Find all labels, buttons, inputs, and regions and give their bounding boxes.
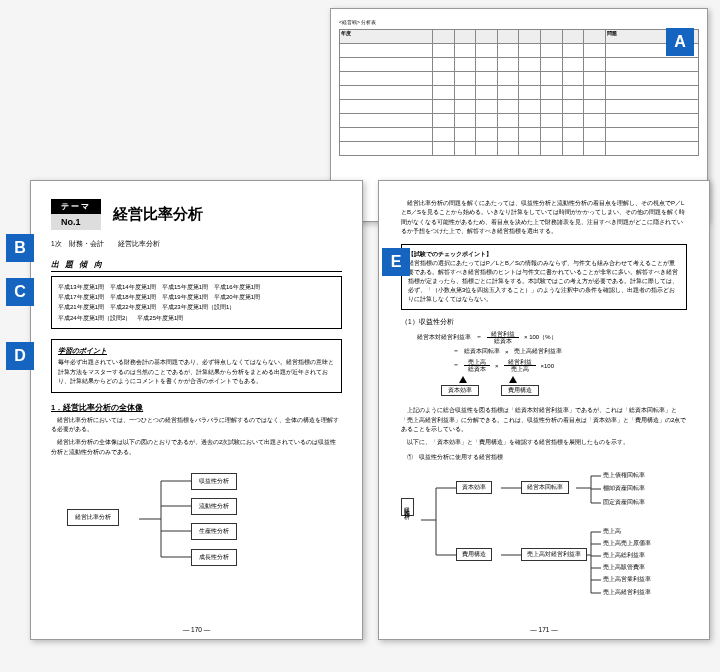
fraction: 売上高総資本: [464, 359, 490, 372]
checkpoint-box: 【試験でのチェックポイント】 経営指標の選択にあたってはP／LとB／Sの情報のみ…: [401, 244, 687, 310]
page-right: 経営比率分析の問題を解くにあたっては、収益性分析と流動性分析の着目点を理解し、そ…: [378, 180, 710, 640]
tree2-leaf: 棚卸資産回転率: [603, 485, 645, 492]
marker-c: C: [6, 278, 34, 306]
formula-lhs: 経営本対経営利益率: [417, 333, 471, 342]
arrow-up-icon: [509, 376, 517, 383]
label-row: 資本効率 費用構造: [441, 385, 687, 396]
theme-header: テーマ No.1 経営比率分析: [51, 199, 342, 230]
fraction: 経営利益総資本: [487, 331, 519, 344]
profitability-tree: 収益性分析 資本効率 経営本回転率 売上債権回転率 棚卸資産回転率 固定資産回転…: [401, 470, 687, 600]
section-1-para: 経営比率分析においては、一つひとつの経営指標をバラバラに理解するのではなく、全体…: [51, 416, 342, 435]
tree2-root: 収益性分析: [401, 498, 414, 516]
para: 上記のように総合収益性を図る指標は「総資本対経営利益率」であるが、これは「総資本…: [401, 406, 687, 434]
fraction: 経営利益売上高: [504, 359, 536, 372]
tree2-leaf: 売上高販管費率: [603, 564, 645, 571]
table-row: [340, 86, 699, 100]
marker-a: A: [666, 28, 694, 56]
study-point-head: 学習のポイント: [58, 345, 335, 356]
theme-number: No.1: [51, 214, 101, 230]
tree2-leaf: 固定資産回転率: [603, 499, 645, 506]
tree2-branch: 経営本回転率: [521, 481, 569, 494]
tree2-branch: 売上高対経営利益率: [521, 548, 587, 561]
formula-1: 経営本対経営利益率 ＝ 経営利益総資本 × 100（%）: [417, 331, 687, 344]
tree2-leaf: 売上債権回転率: [603, 472, 645, 479]
formula-term: 総資本回転率: [464, 347, 500, 356]
checkpoint-head: 【試験でのチェックポイント】: [408, 251, 492, 257]
page-number: ― 170 ―: [31, 626, 362, 633]
arrow-row: [459, 376, 687, 383]
table-title: <経営戦> 分析表: [339, 19, 699, 25]
tree-child: 成長性分析: [191, 549, 237, 566]
tree2-leaf: 売上高総利益率: [603, 552, 645, 559]
formula-2: ＝ 総資本回転率 × 売上高経営利益率: [453, 347, 687, 356]
section-1-title: 1．経営比率分析の全体像: [51, 403, 342, 413]
subsection-head: （1）収益性分析: [401, 318, 687, 327]
table-row: [340, 128, 699, 142]
page-number: ― 171 ―: [379, 626, 709, 633]
study-point-body: 毎年必ず出題されている財務会計の基本問題であり、必ず得点しなくてはならない。経営…: [58, 359, 334, 384]
table-row: [340, 58, 699, 72]
table-row: [340, 142, 699, 156]
formula-term: 売上高経営利益率: [514, 347, 562, 356]
label-box: 費用構造: [501, 385, 539, 396]
exam-trend-box: 平成13年度第1問 平成14年度第1問 平成15年度第1問 平成16年度第1問 …: [51, 276, 342, 329]
tree2-leaf: 売上高売上原価率: [603, 540, 651, 547]
formula-3: ＝ 売上高総資本 × 経営利益売上高 ×100: [453, 359, 687, 372]
checkpoint-body: 経営指標の選択にあたってはP／LとB／Sの情報のみならず、与件文も組み合わせて考…: [408, 260, 678, 302]
formula-tail: × 100（%）: [524, 333, 557, 342]
exam-line: 平成13年度第1問 平成14年度第1問 平成15年度第1問 平成16年度第1問: [58, 282, 335, 292]
theme-tag: テーマ: [51, 199, 101, 214]
para: 以下に、「資本効率」と「費用構造」を確認する経営指標を展開したものを示す。: [401, 438, 687, 447]
marker-e: E: [382, 248, 410, 276]
equals-sign: ＝: [476, 333, 482, 342]
tree2-branch: 資本効率: [456, 481, 492, 494]
exam-line: 平成24年度第1問（設問2） 平成25年度第1問: [58, 313, 335, 323]
table-row: [340, 72, 699, 86]
label-box: 資本効率: [441, 385, 479, 396]
exam-trend-head: 出 題 傾 向: [51, 259, 342, 272]
tree2-leaf: 売上高経営利益率: [603, 589, 651, 596]
exam-line: 平成17年度第1問 平成18年度第1問 平成19年度第1問 平成20年度第1問: [58, 292, 335, 302]
analysis-tree: 経営比率分析 収益性分析 流動性分析 生産性分析 成長性分析: [61, 469, 342, 569]
table-row: [340, 100, 699, 114]
tree-child: 生産性分析: [191, 523, 237, 540]
breadcrumb: 1次 財務・会計 経営比率分析: [51, 240, 342, 249]
tree2-leaf: 売上高営業利益率: [603, 576, 651, 583]
study-point-box: 学習のポイント 毎年必ず出題されている財務会計の基本問題であり、必ず得点しなくて…: [51, 339, 342, 393]
intro-para: 経営比率分析の問題を解くにあたっては、収益性分析と流動性分析の着目点を理解し、そ…: [401, 199, 687, 236]
arrow-up-icon: [459, 376, 467, 383]
marker-d: D: [6, 342, 34, 370]
theme-title: 経営比率分析: [101, 199, 203, 230]
marker-b: B: [6, 234, 34, 262]
tree-child: 流動性分析: [191, 498, 237, 515]
table-row: [340, 114, 699, 128]
table-row: [340, 44, 699, 58]
tree-child: 収益性分析: [191, 473, 237, 490]
analysis-table: 年度問題: [339, 29, 699, 156]
exam-line: 平成21年度第1問 平成22年度第1問 平成23年度第1問（設問1）: [58, 302, 335, 312]
section-1-para: 経営比率分析の全体像は以下の図のとおりであるが、過去の2次試験において出題されて…: [51, 438, 342, 457]
tree-root: 経営比率分析: [67, 509, 119, 526]
tree2-branch: 費用構造: [456, 548, 492, 561]
table-header-row: 年度問題: [340, 30, 699, 44]
page-left: テーマ No.1 経営比率分析 1次 財務・会計 経営比率分析 出 題 傾 向 …: [30, 180, 363, 640]
tree2-leaf: 売上高: [603, 528, 621, 535]
tree2-head: ① 収益性分析に使用する経営指標: [407, 453, 687, 462]
